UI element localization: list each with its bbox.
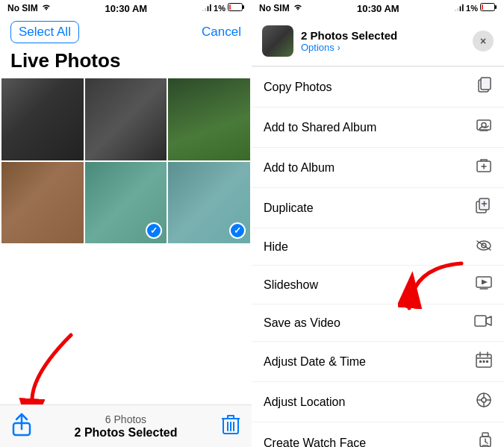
- photo-grid: ✓ ✓: [0, 78, 252, 243]
- photo-cell-5[interactable]: ✓: [85, 162, 167, 244]
- menu-item-label: Slideshow: [264, 278, 318, 292]
- photos-selected-label: 2 Photos Selected: [75, 426, 178, 440]
- battery-icon: [228, 3, 244, 13]
- page-title: Live Photos: [0, 48, 252, 78]
- svg-marker-3: [202, 10, 204, 11]
- svg-marker-18: [460, 6, 461, 11]
- shared-album-icon: [476, 117, 492, 137]
- svg-marker-1: [208, 6, 209, 11]
- status-left: No SIM: [7, 3, 52, 13]
- menu-item-label: Save as Video: [264, 316, 340, 330]
- svg-rect-25: [481, 78, 491, 90]
- status-right: 1%: [201, 3, 244, 13]
- menu-item-copy-photos[interactable]: Copy Photos: [252, 67, 504, 107]
- svg-rect-22: [495, 5, 497, 9]
- close-button[interactable]: ×: [473, 31, 494, 51]
- menu-item-slideshow[interactable]: Slideshow: [252, 266, 504, 304]
- svg-marker-19: [457, 8, 458, 11]
- menu-item-adjust-date[interactable]: Adjust Date & Time: [252, 342, 504, 382]
- photo-cell-4[interactable]: [1, 162, 84, 244]
- photo-cell-6[interactable]: ✓: [168, 162, 250, 244]
- menu-item-hide[interactable]: Hide: [252, 228, 504, 266]
- photo-cell-3[interactable]: [168, 78, 250, 160]
- menu-item-label: Hide: [264, 240, 288, 254]
- menu-item-shared-album[interactable]: Add to Shared Album: [252, 107, 504, 148]
- share-options-link[interactable]: Options ›: [301, 42, 465, 53]
- svg-rect-23: [482, 4, 483, 10]
- menu-item-label: Create Watch Face: [264, 437, 366, 448]
- hide-icon: [476, 238, 492, 255]
- svg-point-51: [482, 398, 486, 402]
- menu-item-label: Adjust Location: [264, 396, 345, 409]
- battery-icon-right: [480, 3, 497, 13]
- menu-item-add-album[interactable]: Add to Album: [252, 148, 504, 188]
- svg-rect-47: [479, 360, 482, 363]
- signal-icon: [201, 3, 211, 13]
- time-display-right: 10:30 AM: [357, 3, 399, 14]
- copy-icon: [476, 77, 492, 97]
- menu-list: Copy Photos Add to Shared Album Add to A…: [252, 67, 504, 447]
- wifi-icon-right: [293, 3, 303, 13]
- time-display-left: 10:30 AM: [105, 3, 148, 14]
- bottom-info: 6 Photos 2 Photos Selected: [75, 413, 178, 440]
- date-icon: [476, 351, 492, 372]
- menu-item-label: Add to Shared Album: [264, 121, 376, 134]
- share-sheet: 2 Photos Selected Options › × Copy Photo…: [252, 16, 504, 447]
- svg-rect-48: [483, 360, 485, 363]
- menu-item-label: Adjust Date & Time: [264, 355, 366, 369]
- status-bar-left: No SIM 10:30 AM 1%: [0, 0, 252, 16]
- photo-cell-1[interactable]: [1, 78, 84, 160]
- wifi-icon: [41, 3, 52, 13]
- location-icon: [476, 392, 492, 412]
- menu-item-watch-face[interactable]: Create Watch Face: [252, 422, 504, 447]
- carrier-label: No SIM: [7, 3, 38, 13]
- delete-button[interactable]: [222, 414, 240, 437]
- top-nav-bar: Select All Cancel: [0, 16, 252, 48]
- right-panel: No SIM 10:30 AM 1% 2 Photos Selected Opt…: [252, 0, 504, 447]
- svg-rect-49: [486, 360, 488, 363]
- duplicate-icon: [476, 198, 492, 218]
- bottom-bar: 6 Photos 2 Photos Selected: [0, 404, 252, 447]
- slideshow-icon: [476, 275, 492, 294]
- left-panel: No SIM 10:30 AM 1% Select All Cancel Liv…: [0, 0, 252, 447]
- share-header: 2 Photos Selected Options › ×: [252, 16, 504, 66]
- menu-item-label: Copy Photos: [264, 81, 332, 94]
- video-icon: [474, 314, 492, 331]
- status-right-right: 1%: [453, 3, 497, 13]
- svg-line-60: [485, 442, 488, 443]
- carrier-label-right: No SIM: [259, 3, 290, 13]
- battery-label: 1%: [214, 4, 225, 13]
- menu-item-adjust-location[interactable]: Adjust Location: [252, 382, 504, 422]
- share-title: 2 Photos Selected: [301, 29, 465, 42]
- signal-icon-right: [453, 3, 464, 13]
- svg-rect-41: [475, 316, 486, 326]
- svg-rect-6: [229, 4, 231, 10]
- svg-marker-17: [462, 4, 464, 11]
- svg-marker-39: [482, 280, 488, 285]
- watch-icon: [479, 432, 492, 447]
- menu-item-duplicate[interactable]: Duplicate: [252, 188, 504, 228]
- add-album-icon: [476, 157, 492, 178]
- share-thumbnail: [262, 25, 293, 57]
- battery-label-right: 1%: [466, 4, 478, 13]
- menu-item-save-video[interactable]: Save as Video: [252, 304, 504, 342]
- status-bar-right: No SIM 10:30 AM 1%: [252, 0, 504, 16]
- select-all-button[interactable]: Select All: [10, 21, 79, 43]
- share-button[interactable]: [12, 413, 31, 439]
- photo-cell-2[interactable]: [85, 78, 167, 160]
- svg-rect-26: [477, 120, 491, 130]
- menu-item-label: Duplicate: [264, 201, 314, 215]
- svg-rect-5: [243, 5, 244, 9]
- share-info: 2 Photos Selected Options ›: [301, 29, 465, 53]
- svg-rect-57: [482, 433, 488, 437]
- cancel-button[interactable]: Cancel: [202, 25, 241, 40]
- svg-marker-20: [455, 10, 456, 11]
- svg-marker-2: [205, 8, 206, 11]
- menu-item-label: Add to Album: [264, 161, 335, 175]
- trash-icon: [222, 414, 240, 435]
- photos-count: 6 Photos: [75, 413, 178, 426]
- share-icon: [12, 413, 31, 437]
- status-left-right: No SIM: [259, 3, 303, 13]
- svg-marker-0: [210, 4, 211, 11]
